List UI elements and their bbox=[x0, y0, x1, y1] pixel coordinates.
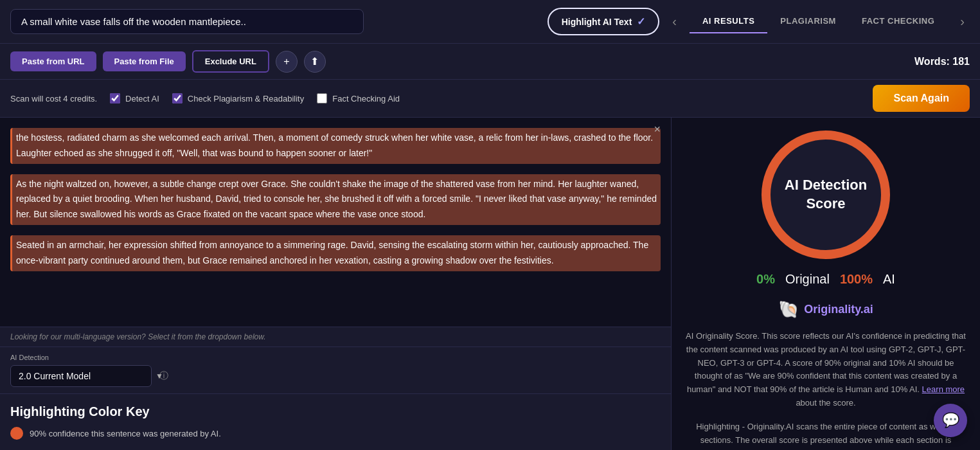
paste-from-url-button[interactable]: Paste from URL bbox=[10, 51, 96, 71]
fact-check-checkbox-group[interactable]: Fact Checking Aid bbox=[317, 93, 400, 104]
score-ai-pct: 100% bbox=[840, 272, 873, 287]
text-paragraph-1: the hostess, radiated charm as she welco… bbox=[10, 128, 661, 164]
tab-plagiarism[interactable]: PLAGIARISM bbox=[767, 10, 849, 33]
color-key-item: 90% confidence this sentence was generat… bbox=[10, 427, 661, 440]
detect-ai-checkbox[interactable] bbox=[110, 93, 120, 104]
plagiarism-checkbox-group[interactable]: Check Plagiarism & Readability bbox=[172, 93, 304, 104]
words-count: Words: 181 bbox=[914, 56, 970, 68]
share-button[interactable]: ⬆ bbox=[304, 51, 326, 73]
close-button[interactable]: × bbox=[654, 123, 661, 136]
info-icon[interactable]: ⓘ bbox=[159, 370, 168, 382]
originality-icon: 🐚 bbox=[778, 300, 799, 320]
plagiarism-checkbox[interactable] bbox=[172, 93, 183, 104]
tabs-container: AI RESULTS PLAGIARISM FACT CHECKING bbox=[690, 10, 947, 33]
multi-lang-note: Looking for our multi-language version? … bbox=[0, 327, 671, 346]
dropdown-label: AI Detection bbox=[10, 354, 661, 361]
score-ai-label: AI bbox=[883, 272, 895, 287]
scan-cost-label: Scan will cost 4 credits. bbox=[10, 94, 97, 104]
originality-name: Originality.ai bbox=[804, 303, 873, 316]
score-circle-text: AI DetectionScore bbox=[785, 176, 867, 213]
tab-ai-results[interactable]: AI RESULTS bbox=[690, 10, 767, 33]
tab-fact-checking[interactable]: FACT CHECKING bbox=[849, 10, 947, 33]
action-bar: Paste from URL Paste from File Exclude U… bbox=[0, 44, 980, 80]
color-key-label: 90% confidence this sentence was generat… bbox=[30, 429, 221, 438]
top-bar: Highlight AI Text ✓ ‹ AI RESULTS PLAGIAR… bbox=[0, 0, 980, 44]
right-panel: AI DetectionScore 0% Original 100% AI 🐚 … bbox=[672, 118, 980, 450]
chat-bubble[interactable]: 💬 bbox=[934, 404, 967, 437]
chat-icon: 💬 bbox=[942, 412, 959, 429]
title-input[interactable] bbox=[10, 9, 364, 34]
fact-check-label: Fact Checking Aid bbox=[332, 94, 400, 104]
detect-ai-label: Detect AI bbox=[125, 94, 159, 104]
plagiarism-label: Check Plagiarism & Readability bbox=[188, 94, 304, 104]
score-circle-wrapper: AI DetectionScore bbox=[684, 130, 967, 259]
color-key-title: Highlighting Color Key bbox=[10, 404, 661, 419]
text-area[interactable]: × the hostess, radiated charm as she wel… bbox=[0, 118, 671, 327]
highlight-ai-text-button[interactable]: Highlight AI Text ✓ bbox=[548, 8, 660, 35]
fact-check-checkbox[interactable] bbox=[317, 93, 327, 104]
score-original-label: Original bbox=[785, 272, 830, 287]
main-layout: × the hostess, radiated charm as she wel… bbox=[0, 118, 980, 450]
nav-right-button[interactable]: › bbox=[955, 12, 970, 32]
highlight-check-icon: ✓ bbox=[637, 15, 645, 28]
exclude-url-button[interactable]: Exclude URL bbox=[192, 50, 269, 73]
color-dot bbox=[10, 427, 23, 440]
text-paragraph-2: As the night waltzed on, however, a subt… bbox=[10, 174, 661, 225]
score-circle: AI DetectionScore bbox=[762, 130, 890, 259]
learn-more-link[interactable]: Learn more bbox=[922, 384, 965, 394]
color-key-section: Highlighting Color Key 90% confidence th… bbox=[0, 393, 671, 450]
text-paragraph-3: Seated in an armchair, her expression sh… bbox=[10, 235, 661, 271]
ai-detection-select[interactable]: 2.0 Current Model 1.0 Legacy Model bbox=[10, 365, 152, 387]
paste-from-file-button[interactable]: Paste from File bbox=[103, 51, 186, 71]
originality-logo: 🐚 Originality.ai bbox=[684, 300, 967, 320]
options-bar: Scan will cost 4 credits. Detect AI Chec… bbox=[0, 80, 980, 118]
highlighting-text: Highlighting - Originality.AI scans the … bbox=[684, 420, 967, 450]
nav-left-button[interactable]: ‹ bbox=[667, 12, 682, 32]
dropdown-wrapper: 2.0 Current Model 1.0 Legacy Model ▼ ⓘ bbox=[10, 365, 168, 387]
highlight-label: Highlight AI Text bbox=[562, 17, 632, 27]
scan-again-button[interactable]: Scan Again bbox=[873, 85, 970, 112]
score-original-pct: 0% bbox=[756, 272, 775, 287]
dropdown-section: AI Detection 2.0 Current Model 1.0 Legac… bbox=[0, 346, 671, 393]
add-button[interactable]: + bbox=[276, 51, 298, 73]
score-labels: 0% Original 100% AI bbox=[684, 272, 967, 287]
detect-ai-checkbox-group[interactable]: Detect AI bbox=[110, 93, 159, 104]
description-text: AI Originality Score. This score reflect… bbox=[684, 330, 967, 410]
left-panel: × the hostess, radiated charm as she wel… bbox=[0, 118, 672, 450]
